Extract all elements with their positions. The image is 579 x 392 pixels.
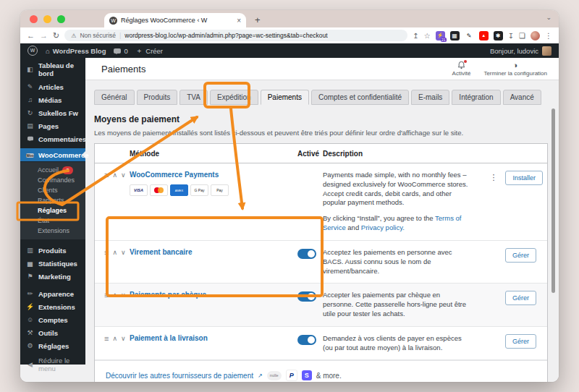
close-window-button[interactable]: [30, 15, 38, 23]
media-icon: ♫: [26, 96, 34, 103]
drag-handle-icon[interactable]: ≡: [104, 171, 109, 179]
chevron-down-icon[interactable]: ⌄: [546, 14, 551, 21]
browser-menu-icon[interactable]: ⋮: [545, 32, 552, 40]
sidebar-item-produits[interactable]: ▥Produits: [20, 244, 85, 257]
drag-handle-icon[interactable]: ≡: [104, 249, 109, 256]
method-link-livraison[interactable]: Paiement à la livraison: [130, 334, 208, 342]
method-link-cheque[interactable]: Paiements par chèque: [130, 291, 206, 299]
move-up-icon[interactable]: ∧: [112, 335, 117, 342]
downloads-icon[interactable]: ↧: [508, 32, 514, 40]
admin-bar-site-link[interactable]: ⌂ WordPress Blog: [46, 47, 106, 55]
tab-integration[interactable]: Intégration: [452, 90, 500, 105]
method-description: Accepter les paiements par chèque en per…: [323, 291, 482, 318]
extension-cloud-icon[interactable]: ⚡21: [436, 31, 445, 41]
pushpin-icon: ✎: [26, 83, 34, 90]
move-down-icon[interactable]: ∨: [121, 335, 126, 342]
method-link-wcpay[interactable]: WooCommerce Payments: [130, 171, 219, 179]
admin-bar-account[interactable]: Bonjour, ludovic: [490, 46, 551, 56]
greeting: Bonjour, ludovic: [490, 47, 538, 55]
privacy-policy-link[interactable]: Privacy policy.: [361, 223, 405, 231]
admin-sidebar: ◧Tableau de bord ✎Articles ♫Médias ↻Suke…: [20, 58, 85, 365]
tab-emails[interactable]: E-mails: [411, 90, 449, 105]
sidebar-item-comptes[interactable]: ☺Comptes: [20, 313, 85, 326]
tab-tva[interactable]: TVA: [179, 90, 208, 105]
sidebar-item-extensions[interactable]: ⚡Extensions: [20, 300, 85, 313]
sidebar-item-sukellos[interactable]: ↻Sukellos Fw: [20, 106, 85, 119]
activity-button[interactable]: Activité: [452, 61, 471, 77]
tab-general[interactable]: Général: [94, 90, 135, 105]
forward-icon[interactable]: →: [40, 31, 48, 40]
mastercard-icon: [150, 184, 168, 196]
move-down-icon[interactable]: ∨: [121, 249, 126, 256]
admin-bar-comments[interactable]: 0: [114, 47, 127, 55]
extension-dark-icon[interactable]: ▦: [450, 31, 460, 41]
browser-profile-avatar[interactable]: [531, 31, 540, 41]
sidebar-item-woocommerce[interactable]: WooWooCommerce: [20, 148, 85, 161]
move-down-icon[interactable]: ∨: [121, 291, 126, 299]
manage-button[interactable]: Gérer: [505, 248, 536, 263]
sidebar-item-dashboard[interactable]: ◧Tableau de bord: [20, 63, 85, 76]
submenu-item-extensions[interactable]: Extensions: [20, 226, 85, 236]
sidebar-item-marketing[interactable]: ⚑Marketing: [20, 270, 85, 283]
bookmark-star-icon[interactable]: ☆: [424, 32, 431, 40]
sidebar-item-outils[interactable]: ⚒Outils: [20, 326, 85, 339]
move-down-icon[interactable]: ∨: [121, 171, 126, 179]
sidebar-item-articles[interactable]: ✎Articles: [20, 80, 85, 93]
comments-bubble-icon: [114, 48, 121, 54]
tab-paiements[interactable]: Paiements: [261, 90, 309, 105]
back-icon[interactable]: ←: [27, 31, 35, 40]
sidebar-item-comments[interactable]: Commentaires: [20, 132, 85, 145]
move-up-icon[interactable]: ∧: [112, 291, 117, 299]
page-scrollbar[interactable]: [551, 108, 555, 293]
tab-comptes-confidentialite[interactable]: Comptes et confidentialité: [311, 90, 409, 105]
close-tab-icon[interactable]: ×: [237, 17, 241, 25]
brush-icon: ✏: [26, 290, 34, 297]
extension-pdf-icon[interactable]: ▲: [479, 31, 489, 41]
submenu-item-rapports[interactable]: Rapports: [20, 195, 85, 205]
admin-bar-new[interactable]: ＋ Créer: [136, 46, 163, 56]
zoom-window-button[interactable]: [57, 15, 65, 23]
applepay-icon: Pay: [211, 184, 229, 196]
reload-icon[interactable]: ↻: [53, 31, 59, 41]
address-bar[interactable]: ⚠ Non sécurisé | wordpress-blog.loc/wp-a…: [64, 30, 407, 41]
sidebar-item-apparence[interactable]: ✏Apparence: [20, 287, 85, 300]
tab-expedition[interactable]: Expédition: [210, 90, 258, 105]
extension-paw-icon[interactable]: ✱: [494, 31, 503, 41]
submenu-item-etat[interactable]: État: [20, 216, 85, 226]
move-up-icon[interactable]: ∧: [112, 249, 117, 256]
method-description: Acceptez les paiements en personne avec …: [323, 248, 482, 276]
sidebar-item-reglages[interactable]: ⚙Réglages: [20, 339, 85, 352]
move-up-icon[interactable]: ∧: [112, 171, 117, 179]
extension-pencil-icon[interactable]: ✎: [465, 31, 474, 41]
tab-avance[interactable]: Avancé: [503, 90, 541, 105]
finish-setup-button[interactable]: ◑ Terminer la configuration: [483, 61, 547, 77]
wordpress-logo-icon[interactable]: W: [28, 46, 38, 56]
install-button[interactable]: Installer: [505, 171, 543, 185]
minimize-window-button[interactable]: [43, 15, 51, 23]
sidebar-item-medias[interactable]: ♫Médias: [20, 93, 85, 106]
enabled-toggle[interactable]: [297, 335, 316, 345]
method-link-virement[interactable]: Virement bancaire: [130, 248, 193, 256]
enabled-toggle[interactable]: [297, 249, 316, 259]
kebab-menu-icon[interactable]: ⋮: [489, 171, 497, 182]
submenu-item-clients[interactable]: Clients: [20, 185, 85, 195]
new-tab-button[interactable]: +: [255, 14, 261, 25]
drag-handle-icon[interactable]: ≡: [104, 291, 109, 299]
manage-button[interactable]: Gérer: [505, 334, 536, 349]
settings-tabs: Général Produits TVA Expédition Paiement…: [94, 90, 546, 105]
browser-tab[interactable]: W Réglages WooCommerce ‹ W ×: [104, 13, 246, 27]
security-label: Non sécurisé: [80, 32, 116, 39]
submenu-item-accueil[interactable]: Accueil3: [20, 165, 85, 175]
sidebar-item-pages[interactable]: ▤Pages: [20, 119, 85, 132]
submenu-item-reglages[interactable]: Réglages: [20, 205, 85, 216]
submenu-item-commandes[interactable]: Commandes: [20, 175, 85, 185]
discover-providers-link[interactable]: Découvrir les autres fournisseurs de pai…: [106, 372, 253, 380]
share-icon[interactable]: ↥: [413, 32, 418, 40]
drag-handle-icon[interactable]: ≡: [104, 335, 109, 342]
tab-produits[interactable]: Produits: [137, 90, 178, 105]
enabled-toggle[interactable]: [297, 291, 316, 302]
tab-search-icon[interactable]: ❏: [519, 32, 525, 40]
manage-button[interactable]: Gérer: [505, 291, 536, 305]
sidebar-item-statistiques[interactable]: ▅Statistiques: [20, 257, 85, 270]
collapse-menu-button[interactable]: ◀Réduire le menu: [20, 358, 85, 371]
